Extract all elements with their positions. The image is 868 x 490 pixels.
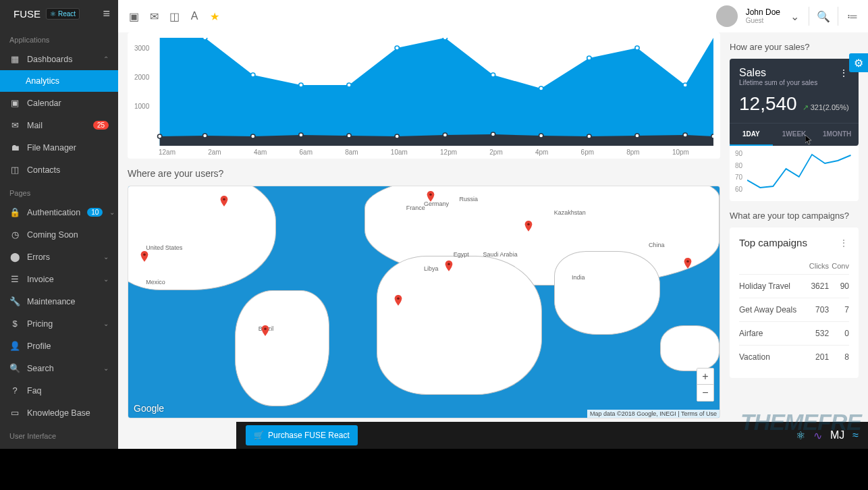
error-icon: ⬤ xyxy=(9,252,20,262)
mail-icon: ✉ xyxy=(9,120,20,130)
svg-point-28 xyxy=(397,298,400,300)
nav-authentication[interactable]: 🔒Authentication10⌄ xyxy=(0,201,118,223)
tab-1month[interactable]: 1MONTH xyxy=(815,124,859,146)
svg-point-25 xyxy=(143,254,146,256)
person-icon: 👤 xyxy=(9,341,20,351)
svg-point-8 xyxy=(587,56,591,60)
more-icon[interactable]: ⋮ xyxy=(839,67,849,78)
user-menu[interactable]: John Doe Guest xyxy=(746,8,780,24)
table-row[interactable]: Get Away Deals7037 xyxy=(739,298,849,322)
nav-knowledge-base[interactable]: ▭Knowledge Base xyxy=(0,402,118,424)
topbar: ▣ ✉ ◫ A ★ John Doe Guest ⌄ 🔍 ≔ xyxy=(118,0,868,32)
table-row[interactable]: Holiday Travel362190 xyxy=(739,275,849,298)
svg-point-16 xyxy=(395,134,399,138)
map-zoom: + − xyxy=(697,368,714,402)
list-icon[interactable]: ≔ xyxy=(846,10,859,22)
star-icon[interactable]: ★ xyxy=(209,10,221,22)
zoom-out-button[interactable]: − xyxy=(697,385,713,401)
svg-point-11 xyxy=(158,134,162,138)
nav-maintenance[interactable]: 🔧Maintenance xyxy=(0,290,118,312)
sales-card: ⚙ Sales ⋮ Lifetime sum of your sales 12,… xyxy=(730,59,859,146)
campaigns-question: What are your top campaigns? xyxy=(730,211,859,221)
svg-point-3 xyxy=(347,83,351,87)
user-role: Guest xyxy=(746,17,780,24)
chevron-up-icon: ⌃ xyxy=(103,55,109,63)
svg-point-30 xyxy=(527,223,530,226)
trend-up-icon: ↗ xyxy=(803,103,809,111)
brand: FUSE xyxy=(13,8,40,20)
svg-point-17 xyxy=(443,133,447,137)
search-icon[interactable]: 🔍 xyxy=(817,10,830,22)
svg-point-9 xyxy=(635,46,639,50)
nav-dashboards[interactable]: ▦Dashboards⌃ xyxy=(0,48,118,70)
svg-point-26 xyxy=(264,327,267,330)
nav-analytics[interactable]: Analytics xyxy=(0,70,118,92)
section-applications: Applications xyxy=(0,28,118,48)
menu-icon[interactable]: ≡ xyxy=(103,7,110,21)
nav-search[interactable]: 🔍Search⌄ xyxy=(0,357,118,379)
campaigns-card: Top campaigns ⋮ ClicksConv Holiday Trave… xyxy=(730,227,859,378)
user-name: John Doe xyxy=(746,8,780,17)
svg-point-10 xyxy=(683,83,687,87)
chevron-down-icon: ⌄ xyxy=(103,320,109,327)
search-icon: 🔍 xyxy=(9,363,20,373)
book-icon: ▭ xyxy=(9,408,20,418)
tailwind-icon: ≈ xyxy=(852,429,859,442)
svg-point-18 xyxy=(491,132,495,136)
mui-icon: MJ xyxy=(830,429,844,442)
tab-1day[interactable]: 1DAY xyxy=(730,124,773,146)
svg-point-19 xyxy=(539,134,543,138)
nav-icons[interactable]: 🖼Icons xyxy=(0,444,118,449)
more-icon[interactable]: ⋮ xyxy=(839,238,849,248)
cart-icon: 🛒 xyxy=(254,431,264,440)
svg-point-6 xyxy=(491,73,495,77)
avatar[interactable] xyxy=(716,5,738,27)
svg-point-23 xyxy=(711,134,713,138)
nav-coming-soon[interactable]: ◷Coming Soon xyxy=(0,223,118,246)
nav-invoice[interactable]: ☰Invoice⌄ xyxy=(0,268,118,290)
chevron-down-icon: ⌄ xyxy=(103,253,109,261)
nav-contacts[interactable]: ◫Contacts xyxy=(0,159,118,181)
chevron-down-icon[interactable]: ⌄ xyxy=(788,10,801,22)
contact-icon[interactable]: ◫ xyxy=(168,10,180,22)
sales-question: How are your sales? xyxy=(730,42,859,52)
tab-1week[interactable]: 1WEEK xyxy=(773,124,816,146)
svg-point-21 xyxy=(635,134,639,138)
zoom-in-button[interactable]: + xyxy=(697,369,713,385)
auth-badge: 10 xyxy=(87,208,103,217)
visits-chart: 1000 2000 3000 xyxy=(128,32,720,159)
section-pages: Pages xyxy=(0,181,118,201)
world-map[interactable]: United States Mexico Brazil France Germa… xyxy=(128,186,720,418)
nav-file-manager[interactable]: 🖿File Manager xyxy=(0,136,118,159)
map-attribution: Map data ©2018 Google, INEGI | Terms of … xyxy=(587,410,720,418)
nav-errors[interactable]: ⬤Errors⌄ xyxy=(0,246,118,268)
font-icon[interactable]: A xyxy=(188,10,200,22)
svg-point-2 xyxy=(299,83,303,87)
svg-point-27 xyxy=(430,193,433,196)
svg-point-1 xyxy=(251,73,255,77)
sales-title: Sales xyxy=(739,67,766,79)
nav-mail[interactable]: ✉Mail25 xyxy=(0,114,118,136)
mail-badge: 25 xyxy=(93,121,109,130)
table-row[interactable]: Vacation2018 xyxy=(739,346,849,369)
gear-icon[interactable]: ⚙ xyxy=(849,53,868,72)
purchase-button[interactable]: 🛒Purchase FUSE React xyxy=(246,425,358,445)
mail-icon[interactable]: ✉ xyxy=(148,10,160,22)
wrench-icon: 🔧 xyxy=(9,296,20,306)
nav-profile[interactable]: 👤Profile xyxy=(0,335,118,357)
chevron-down-icon: ⌄ xyxy=(103,364,109,372)
svg-point-24 xyxy=(223,198,225,200)
nav-faq[interactable]: ?Faq xyxy=(0,379,118,402)
table-row[interactable]: Airfare5320 xyxy=(739,322,849,346)
sales-sparkline: 90 80 70 60 xyxy=(730,146,859,201)
nav-pricing[interactable]: $Pricing⌄ xyxy=(0,312,118,335)
y-tick: 3000 xyxy=(134,45,149,52)
section-ui: User Interface xyxy=(0,424,118,444)
nav-calendar[interactable]: ▣Calendar xyxy=(0,92,118,114)
svg-point-20 xyxy=(587,134,591,138)
today-icon[interactable]: ▣ xyxy=(128,10,140,22)
svg-point-12 xyxy=(202,134,207,138)
sidebar: FUSE ⚛ React ≡ Applications ▦Dashboards⌃… xyxy=(0,0,118,449)
svg-point-13 xyxy=(251,134,255,138)
dollar-icon: $ xyxy=(9,319,20,329)
